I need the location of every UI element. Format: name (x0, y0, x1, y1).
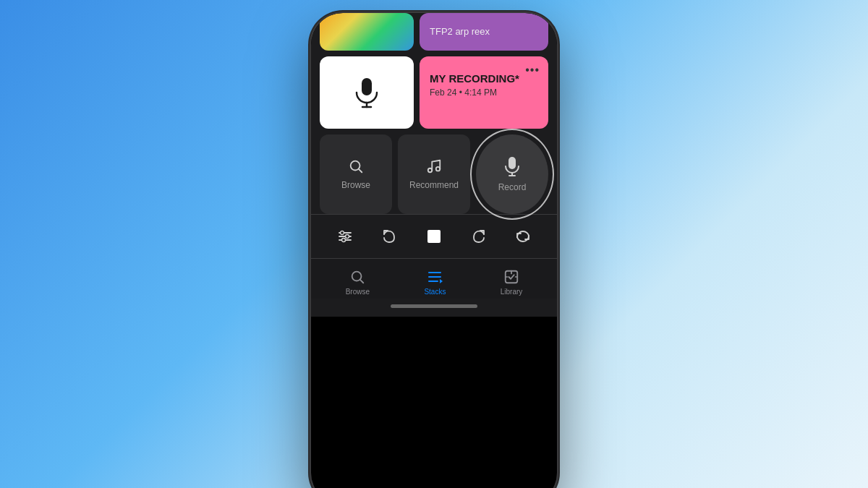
mic-large-icon (354, 77, 380, 108)
stop-button[interactable] (422, 225, 446, 248)
recording-date: Feb 24 • 4:14 PM (430, 87, 538, 98)
svg-point-6 (436, 166, 441, 171)
tab-stacks[interactable]: Stacks (409, 266, 460, 299)
eq-button[interactable] (333, 225, 357, 248)
phone-wrapper: TFP2 arp reex ••• (311, 13, 557, 489)
home-indicator (311, 299, 557, 317)
tab-stacks-icon (426, 269, 443, 285)
recording-card-thumbnail (320, 56, 414, 129)
svg-marker-21 (440, 279, 443, 283)
recording-card-row: ••• MY RECORDING* Feb 24 • 4:14 PM (320, 56, 548, 129)
stop-square-icon (427, 230, 441, 243)
tab-library-icon (503, 269, 519, 285)
svg-line-4 (359, 169, 362, 172)
tab-browse-label: Browse (346, 288, 370, 296)
redo-icon (471, 228, 487, 244)
loop-icon (515, 228, 531, 244)
svg-point-14 (345, 234, 349, 238)
record-action-button[interactable]: Record (476, 134, 548, 214)
top-card-image (320, 13, 414, 51)
transport-bar (311, 214, 557, 258)
recommend-action-label: Recommend (409, 180, 459, 190)
microphone-icon (503, 156, 521, 176)
eq-icon (337, 228, 353, 244)
music-note-icon (426, 158, 442, 174)
redo-button[interactable] (467, 225, 490, 248)
search-icon (348, 158, 364, 174)
cards-area: TFP2 arp reex ••• (311, 13, 557, 214)
svg-point-13 (340, 231, 344, 234)
recording-title: MY RECORDING* (430, 72, 538, 85)
svg-rect-0 (362, 78, 372, 95)
undo-button[interactable] (378, 225, 401, 248)
phone-frame: TFP2 arp reex ••• (311, 13, 557, 489)
tab-stacks-label: Stacks (424, 288, 446, 296)
svg-line-17 (360, 280, 363, 283)
tab-browse-icon (349, 269, 365, 285)
tab-browse[interactable]: Browse (331, 266, 384, 299)
recommend-action-button[interactable]: Recommend (398, 134, 470, 214)
browse-action-button[interactable]: Browse (320, 134, 392, 214)
loop-button[interactable] (511, 225, 535, 248)
svg-point-15 (341, 238, 345, 241)
more-options-button[interactable]: ••• (525, 64, 540, 77)
phone-screen: TFP2 arp reex ••• (311, 13, 557, 489)
record-action-label: Record (498, 182, 527, 192)
recording-card-info[interactable]: ••• MY RECORDING* Feb 24 • 4:14 PM (420, 56, 548, 129)
browse-action-label: Browse (341, 180, 370, 190)
action-buttons-row: Browse Recommend (320, 134, 548, 214)
svg-rect-7 (509, 157, 516, 169)
home-bar (391, 304, 477, 308)
tab-bar: Browse Stacks (311, 258, 557, 299)
top-card-title: TFP2 arp reex (430, 26, 490, 37)
top-card-row: TFP2 arp reex (320, 13, 548, 51)
tab-library-label: Library (501, 288, 523, 296)
top-card-thumbnail (320, 13, 414, 51)
tab-library[interactable]: Library (486, 266, 537, 299)
undo-icon (381, 228, 397, 244)
svg-point-5 (428, 168, 433, 172)
top-card-title-area[interactable]: TFP2 arp reex (420, 13, 548, 51)
